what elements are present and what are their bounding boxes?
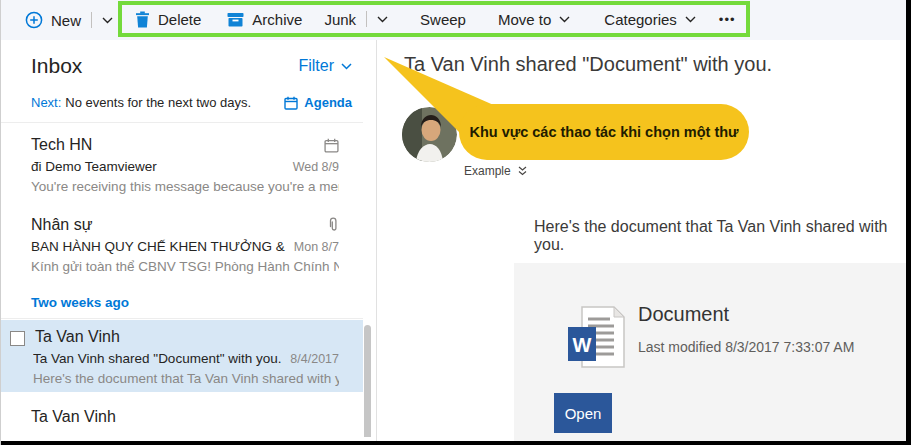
email-sender: Ta Van Vinh	[31, 408, 116, 426]
command-toolbar: New Delete	[1, 0, 911, 40]
agenda-button[interactable]: Agenda	[284, 95, 352, 110]
chevron-down-icon[interactable]	[377, 16, 388, 23]
new-button[interactable]: New	[25, 0, 113, 40]
selected-message-actions-highlight: Delete Archive Junk	[118, 1, 750, 37]
email-preview: Here's the document that Ta Van Vinh sha…	[33, 371, 339, 386]
attachment-title: Document	[638, 303, 729, 326]
email-date: Wed 8/9	[293, 160, 339, 174]
email-sender: Tech HN	[31, 136, 92, 154]
message-list-pane: Inbox Filter Next:No events for the next…	[1, 40, 376, 441]
list-item-email[interactable]: Tech HN đi Demo Teamviewer Wed 8/9 You'r…	[1, 128, 363, 206]
paperclip-icon	[327, 217, 339, 233]
email-date: Mon 8/7	[294, 240, 339, 254]
annotation-callout: Khu vực các thao tác khi chọn một thư	[459, 104, 749, 160]
junk-button-label: Junk	[324, 11, 356, 28]
email-checkbox[interactable]	[10, 331, 25, 346]
sweep-button-label: Sweep	[420, 11, 466, 28]
new-button-label: New	[51, 12, 81, 29]
move-to-button[interactable]: Move to	[485, 5, 583, 33]
message-sender-expander[interactable]: Example	[464, 164, 527, 178]
message-sender-name: Example	[464, 164, 511, 178]
chevron-down-icon	[559, 16, 570, 23]
email-preview: Kính gửi toàn thể CBNV TSG! Phòng Hành C…	[31, 259, 339, 274]
email-subject: BAN HÀNH QUY CHẾ KHEN THƯỞNG & QUY	[31, 239, 286, 254]
email-preview: You're receiving this message because yo…	[31, 179, 339, 194]
filter-button-label: Filter	[298, 57, 334, 75]
screenshot-border	[906, 0, 911, 445]
plus-circle-icon	[25, 11, 43, 29]
divider	[91, 12, 92, 28]
list-section-header[interactable]: Two weeks ago	[31, 295, 129, 310]
email-sender: Ta Van Vinh	[35, 328, 120, 346]
attachment-modified-text: Last modified 8/3/2017 7:33:07 AM	[638, 339, 854, 355]
message-subject: Ta Van Vinh shared "Document" with you.	[404, 53, 772, 76]
chevron-down-icon	[341, 63, 352, 70]
categories-button-label: Categories	[604, 11, 677, 28]
divider	[366, 11, 367, 27]
email-subject: Ta Van Vinh shared "Document" with you.	[33, 351, 282, 366]
junk-button[interactable]: Junk	[315, 5, 397, 33]
sweep-button[interactable]: Sweep	[407, 5, 479, 33]
annotation-callout-text: Khu vực các thao tác khi chọn một thư	[469, 124, 738, 140]
list-item-email-selected[interactable]: Ta Van Vinh Ta Van Vinh shared "Document…	[1, 320, 363, 392]
email-date: 8/4/2017	[290, 352, 339, 366]
filter-button[interactable]: Filter	[298, 57, 352, 75]
list-item-email[interactable]: Nhân sự BAN HÀNH QUY CHẾ KHEN THƯỞNG & Q…	[1, 208, 363, 288]
next-label: Next:	[31, 95, 61, 110]
attachment-card: W Document Last modified 8/3/2017 7:33:0…	[514, 263, 906, 441]
more-options-button[interactable]: •••	[709, 12, 746, 27]
divider	[1, 122, 363, 123]
double-chevron-down-icon	[518, 166, 527, 176]
email-sender: Nhân sự	[31, 216, 92, 234]
archive-button-label: Archive	[252, 11, 302, 28]
open-button[interactable]: Open	[554, 393, 612, 433]
move-to-button-label: Move to	[498, 11, 551, 28]
calendar-icon	[324, 138, 339, 153]
delete-button-label: Delete	[158, 11, 201, 28]
trash-icon	[135, 11, 150, 28]
message-list-scrollbar[interactable]	[364, 325, 371, 437]
message-body-text: Here's the document that Ta Van Vinh sha…	[534, 218, 906, 254]
archive-button[interactable]: Archive	[214, 5, 315, 33]
svg-text:W: W	[573, 334, 592, 356]
list-item-email[interactable]: Ta Van Vinh	[1, 400, 363, 444]
folder-title: Inbox	[31, 54, 82, 78]
agenda-button-label: Agenda	[304, 95, 352, 110]
divider	[1, 318, 363, 319]
email-subject: đi Demo Teamviewer	[31, 159, 285, 174]
archive-icon	[227, 12, 244, 27]
calendar-peek-text: Next:No events for the next two days.	[31, 95, 251, 110]
reading-pane: Ta Van Vinh shared "Document" with you. …	[377, 40, 906, 441]
chevron-down-icon	[685, 16, 696, 23]
outlook-mail-window: New Delete	[0, 0, 911, 445]
calendar-icon	[284, 96, 298, 110]
delete-button[interactable]: Delete	[122, 5, 214, 33]
word-file-icon: W	[560, 305, 626, 373]
avatar	[402, 107, 457, 162]
screenshot-border	[1, 441, 911, 445]
next-text: No events for the next two days.	[65, 95, 251, 110]
categories-button[interactable]: Categories	[591, 5, 709, 33]
chevron-down-icon[interactable]	[102, 17, 113, 24]
